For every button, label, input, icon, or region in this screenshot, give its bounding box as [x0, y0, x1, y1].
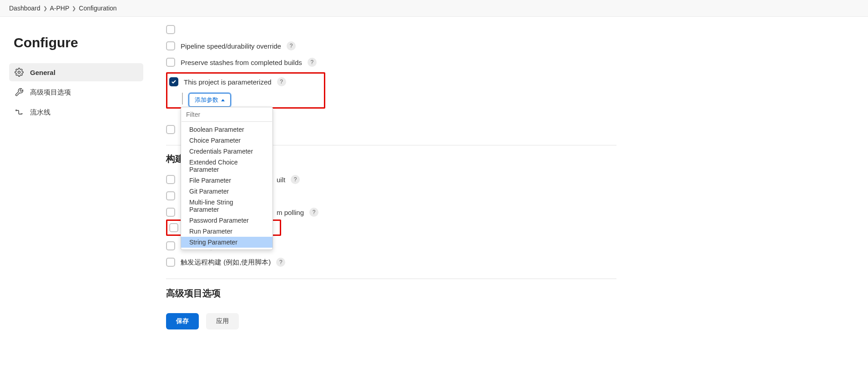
chevron-right-icon: ❯: [72, 5, 76, 11]
chevron-right-icon: ❯: [43, 5, 47, 11]
checkbox[interactable]: [166, 175, 175, 184]
sidebar-item-label: 流水线: [30, 108, 50, 117]
option-remote-trigger: 触发远程构建 (例如,使用脚本) ?: [166, 254, 616, 270]
option-label: Pipeline speed/durability override: [181, 42, 281, 50]
wrench-icon: [15, 88, 24, 97]
svg-point-0: [18, 71, 20, 74]
help-icon[interactable]: ?: [287, 41, 296, 50]
checkbox-parameterized[interactable]: [169, 77, 178, 86]
gear-icon: [15, 68, 24, 77]
footer-buttons: 保存 应用: [166, 313, 616, 329]
help-icon[interactable]: ?: [277, 77, 286, 86]
help-icon[interactable]: ?: [276, 258, 285, 267]
help-icon[interactable]: ?: [308, 58, 317, 67]
checkbox-unknown[interactable]: [166, 25, 175, 34]
dropdown-item-credentials[interactable]: Credentials Parameter: [181, 146, 273, 157]
pipeline-icon: [15, 108, 24, 117]
dropdown-item-multiline-string[interactable]: Multi-line String Parameter: [181, 197, 273, 215]
section-divider: [166, 279, 616, 279]
checkbox[interactable]: [169, 223, 178, 232]
breadcrumb: Dashboard ❯ A-PHP ❯ Configuration: [0, 0, 868, 17]
highlight-annotation-parameterized: This project is parameterized ? 添加参数: [166, 72, 325, 109]
checkbox-preserve-stashes[interactable]: [166, 58, 175, 67]
page-title: Configure: [14, 35, 143, 50]
sidebar-nav: General 高级项目选项 流水线: [9, 63, 143, 121]
dropdown-item-git[interactable]: Git Parameter: [181, 186, 273, 197]
save-button[interactable]: 保存: [166, 313, 199, 329]
option-label-partial: m polling: [277, 209, 304, 216]
tree-line: [182, 93, 183, 105]
breadcrumb-item-project[interactable]: A-PHP: [50, 5, 70, 12]
option-label: This project is parameterized: [184, 78, 272, 86]
sidebar: Configure General 高级项目选项: [0, 17, 152, 348]
sidebar-item-general[interactable]: General: [9, 63, 143, 81]
sidebar-item-pipeline[interactable]: 流水线: [9, 103, 143, 121]
help-icon[interactable]: ?: [291, 175, 300, 184]
add-parameter-button[interactable]: 添加参数: [188, 93, 231, 107]
checkbox[interactable]: [166, 208, 175, 217]
option-preserve-stashes: Preserve stashes from completed builds ?: [166, 54, 616, 70]
parameter-type-dropdown: Boolean Parameter Choice Parameter Crede…: [181, 107, 273, 250]
breadcrumb-item-configuration[interactable]: Configuration: [79, 5, 116, 12]
option-label-partial: uilt: [277, 176, 285, 184]
dropdown-item-boolean[interactable]: Boolean Parameter: [181, 124, 273, 135]
option-label: 触发远程构建 (例如,使用脚本): [181, 258, 271, 267]
section-title-advanced: 高级项目选项: [166, 287, 616, 299]
checkbox-pipeline-speed[interactable]: [166, 41, 175, 50]
help-icon[interactable]: ?: [309, 208, 318, 217]
option-label: Preserve stashes from completed builds: [181, 59, 302, 66]
checkbox[interactable]: [166, 191, 175, 200]
option-row: placeholder: [166, 21, 616, 38]
breadcrumb-item-dashboard[interactable]: Dashboard: [9, 5, 40, 12]
dropdown-item-string[interactable]: String Parameter: [181, 237, 273, 248]
dropdown-item-file[interactable]: File Parameter: [181, 175, 273, 186]
apply-button[interactable]: 应用: [206, 313, 239, 329]
filter-input[interactable]: [182, 108, 272, 122]
sidebar-item-advanced[interactable]: 高级项目选项: [9, 83, 143, 101]
main-content: placeholder Pipeline speed/durability ov…: [152, 17, 635, 348]
checkbox-quiet-period[interactable]: [166, 241, 175, 250]
sidebar-item-label: 高级项目选项: [30, 88, 71, 97]
dropdown-item-password[interactable]: Password Parameter: [181, 215, 273, 226]
caret-up-icon: [221, 99, 225, 101]
dropdown-item-extended-choice[interactable]: Extended Choice Parameter: [181, 157, 273, 175]
dropdown-item-run[interactable]: Run Parameter: [181, 226, 273, 237]
add-parameter-label: 添加参数: [195, 96, 218, 104]
option-pipeline-speed: Pipeline speed/durability override ?: [166, 38, 616, 54]
add-param-wrap: 添加参数: [167, 93, 324, 107]
dropdown-list: Boolean Parameter Choice Parameter Crede…: [181, 122, 273, 249]
checkbox[interactable]: [166, 125, 175, 134]
sidebar-item-label: General: [30, 69, 56, 76]
option-parameterized: This project is parameterized ?: [167, 74, 324, 90]
checkbox-remote-trigger[interactable]: [166, 258, 175, 267]
dropdown-item-choice[interactable]: Choice Parameter: [181, 135, 273, 146]
